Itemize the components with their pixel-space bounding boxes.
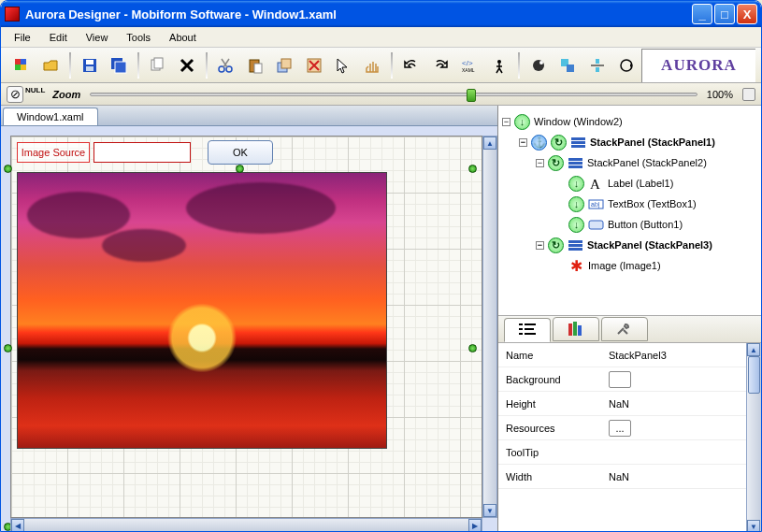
- delete-icon[interactable]: [175, 53, 198, 78]
- tree-item[interactable]: ↓Button (Button1): [502, 214, 757, 235]
- tree-item[interactable]: ✱Image (Image1): [502, 255, 757, 276]
- expander-icon[interactable]: −: [502, 118, 510, 126]
- resources-tab[interactable]: [553, 317, 599, 341]
- stackpanel-icon: [568, 155, 583, 171]
- lock-icon[interactable]: [302, 53, 325, 78]
- maximize-button[interactable]: □: [714, 4, 735, 24]
- paste-icon[interactable]: [243, 53, 266, 78]
- run-icon[interactable]: [488, 53, 511, 78]
- cut-icon[interactable]: [214, 53, 237, 78]
- image-source-input[interactable]: [93, 142, 191, 163]
- tools-tab[interactable]: [601, 317, 648, 341]
- scroll-down-icon[interactable]: ▼: [483, 504, 496, 517]
- horizontal-scrollbar[interactable]: ◀ ▶: [10, 518, 482, 532]
- property-tabstrip: [498, 315, 761, 343]
- ok-button[interactable]: OK: [208, 140, 273, 165]
- svg-rect-37: [589, 221, 603, 229]
- tree-item[interactable]: −↻StackPanel (StackPanel3): [502, 235, 757, 255]
- menu-edit[interactable]: Edit: [42, 30, 75, 45]
- toolbar: </>XAML AURORA: [1, 48, 761, 83]
- stackpanel-icon: [570, 135, 586, 151]
- tree-item[interactable]: −⚓↻StackPanel (StackPanel1): [502, 132, 757, 152]
- menu-about[interactable]: About: [162, 30, 204, 45]
- document-tab[interactable]: Window1.xaml: [3, 108, 98, 125]
- distribute-icon[interactable]: [585, 53, 609, 78]
- down-arrow-icon: ↓: [568, 217, 584, 233]
- tree-item[interactable]: ↓ALabel (Label1): [502, 173, 757, 194]
- resize-handle[interactable]: [468, 344, 477, 352]
- record-icon[interactable]: [526, 53, 550, 78]
- pointer-icon[interactable]: [331, 53, 354, 78]
- menu-file[interactable]: File: [7, 30, 38, 45]
- save-all-icon[interactable]: [107, 53, 130, 78]
- svg-point-20: [497, 60, 501, 64]
- null-button[interactable]: ⊘: [7, 86, 23, 103]
- menu-view[interactable]: View: [79, 30, 116, 45]
- new-icon[interactable]: [9, 53, 33, 78]
- properties-scrollbar[interactable]: ▲ ▼: [746, 343, 761, 532]
- align-icon[interactable]: [555, 53, 579, 78]
- minimize-button[interactable]: _: [692, 4, 712, 24]
- property-label: Background: [506, 374, 609, 385]
- resize-handle[interactable]: [4, 165, 12, 173]
- undo-icon[interactable]: [399, 53, 423, 78]
- svg-rect-40: [568, 248, 582, 251]
- open-icon[interactable]: [38, 53, 62, 78]
- resize-handle[interactable]: [468, 165, 477, 173]
- property-row[interactable]: ToolTip: [498, 440, 746, 465]
- svg-rect-16: [281, 59, 291, 68]
- svg-rect-25: [596, 59, 599, 64]
- property-row[interactable]: HeightNaN: [498, 392, 746, 416]
- scroll-down-icon[interactable]: ▼: [747, 520, 760, 532]
- anchor-icon: ⚓: [531, 135, 547, 151]
- design-canvas[interactable]: Image Source OK: [10, 136, 482, 518]
- svg-rect-30: [571, 145, 585, 148]
- tree-item[interactable]: −↓Window (Window2): [502, 111, 757, 132]
- zoom-slider[interactable]: [90, 93, 697, 96]
- scroll-right-icon[interactable]: ▶: [468, 519, 482, 532]
- svg-rect-6: [86, 66, 93, 71]
- ellipsis-button[interactable]: ...: [609, 420, 631, 437]
- tree-item[interactable]: ↓ab|TextBox (TextBox1): [502, 194, 757, 214]
- zoom-end-button[interactable]: [742, 88, 755, 101]
- svg-rect-45: [519, 333, 523, 335]
- titlebar[interactable]: Aurora Designer - Mobiform Software - Wi…: [1, 1, 761, 27]
- tree-item[interactable]: −↻StackPanel (StackPanel2): [502, 152, 757, 173]
- copy-icon[interactable]: [146, 53, 169, 78]
- redo-icon[interactable]: [429, 53, 453, 78]
- property-row[interactable]: WidthNaN: [498, 465, 746, 489]
- tree-item-label: StackPanel (StackPanel1): [590, 137, 715, 148]
- resize-handle[interactable]: [236, 165, 244, 173]
- properties-panel: NameStackPanel3BackgroundHeightNaNResour…: [498, 343, 761, 532]
- scroll-up-icon[interactable]: ▲: [747, 343, 760, 356]
- svg-rect-1: [21, 59, 26, 65]
- scroll-left-icon[interactable]: ◀: [11, 519, 24, 532]
- property-row[interactable]: NameStackPanel3: [498, 343, 746, 367]
- rotate-icon[interactable]: [614, 53, 638, 78]
- zoom-thumb[interactable]: [467, 89, 476, 102]
- tree-item-label: Image (Image1): [588, 260, 661, 271]
- color-picker-button[interactable]: [609, 371, 631, 388]
- scroll-up-icon[interactable]: ▲: [483, 137, 496, 150]
- expander-icon[interactable]: −: [519, 138, 527, 147]
- resize-handle[interactable]: [4, 344, 12, 352]
- xaml-icon[interactable]: </>XAML: [458, 53, 482, 78]
- menu-tools[interactable]: Tools: [119, 30, 158, 45]
- vertical-scrollbar[interactable]: ▲ ▼: [482, 136, 497, 518]
- svg-rect-5: [86, 60, 93, 65]
- property-row[interactable]: Background: [498, 367, 746, 392]
- svg-rect-14: [254, 64, 262, 73]
- property-value[interactable]: NaN: [609, 471, 629, 482]
- expander-icon[interactable]: −: [536, 159, 544, 167]
- bring-front-icon[interactable]: [272, 53, 295, 78]
- properties-tab[interactable]: [504, 318, 551, 342]
- expander-icon[interactable]: −: [536, 241, 544, 250]
- property-label: Resources: [506, 423, 609, 434]
- svg-rect-0: [15, 59, 21, 65]
- property-value[interactable]: StackPanel3: [609, 350, 667, 361]
- property-row[interactable]: Resources...: [498, 416, 746, 440]
- close-button[interactable]: X: [737, 4, 757, 24]
- save-icon[interactable]: [78, 53, 101, 78]
- hand-icon[interactable]: [361, 53, 384, 78]
- property-value[interactable]: NaN: [609, 398, 629, 410]
